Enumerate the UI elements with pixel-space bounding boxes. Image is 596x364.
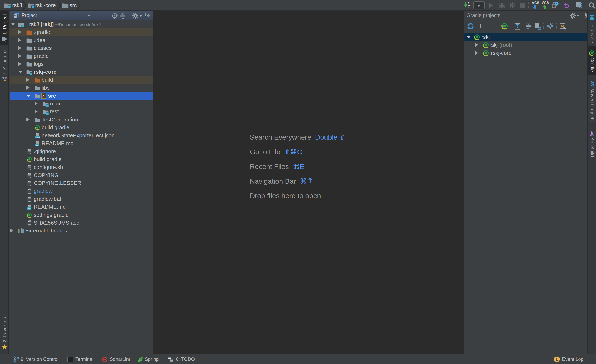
svg-text:MD: MD <box>35 144 38 146</box>
svg-text:JSON: JSON <box>35 136 40 138</box>
svg-text:MD: MD <box>27 207 30 210</box>
svg-text:1: 1 <box>556 357 558 362</box>
svg-text:01: 01 <box>468 6 471 9</box>
